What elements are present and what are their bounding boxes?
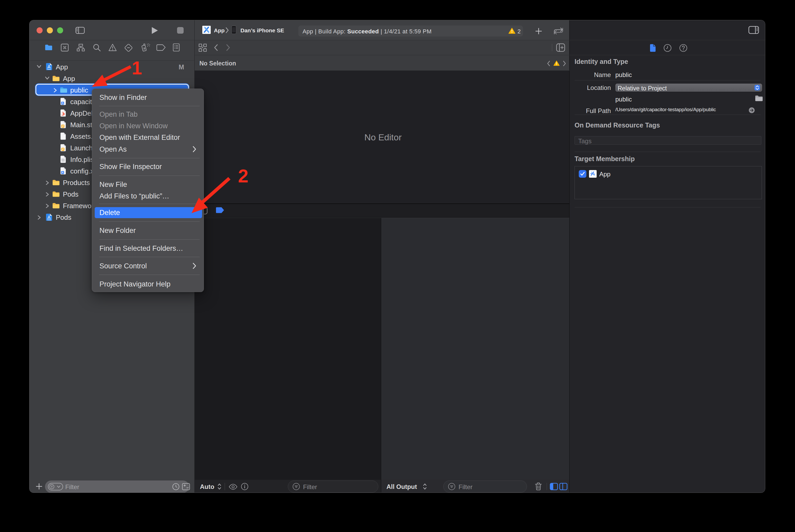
- svg-text:2: 2: [238, 166, 249, 186]
- svg-text:1: 1: [132, 58, 142, 78]
